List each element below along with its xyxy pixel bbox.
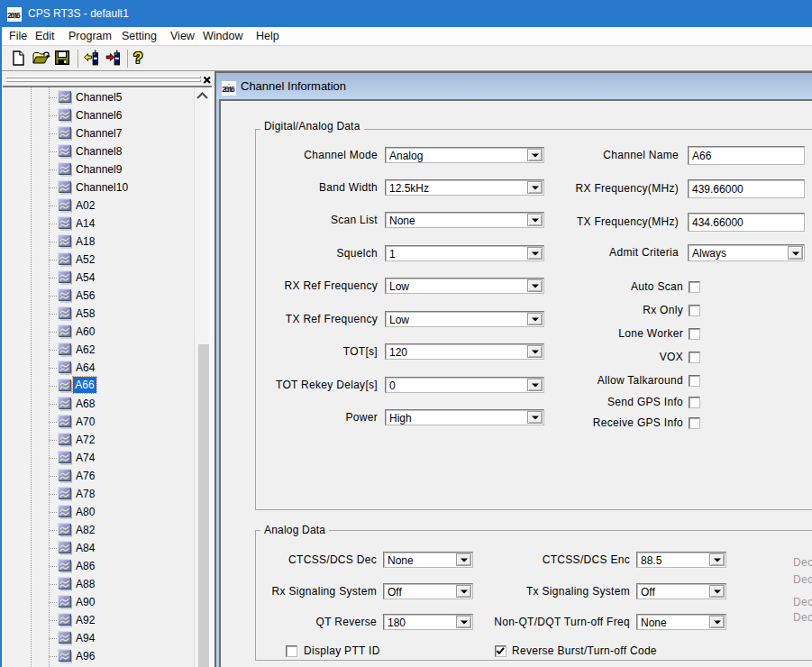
svg-text:2016: 2016 (222, 86, 235, 95)
